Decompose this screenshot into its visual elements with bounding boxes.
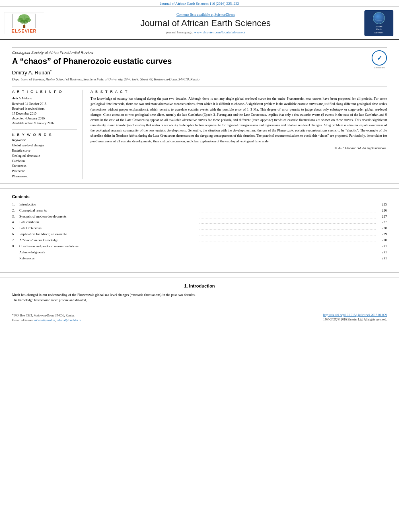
article-info-column: A R T I C L E I N F O Article history: R… (12, 90, 82, 179)
svg-point-6 (23, 20, 28, 23)
toc-label: Introduction (19, 202, 198, 207)
keyword-2: Eustatic curve (12, 148, 77, 154)
email-2[interactable]: ruban-d@rambler.ru (56, 318, 81, 322)
issn-text: 1464-343X/© 2016 Elsevier Ltd. All right… (323, 318, 387, 321)
journal-logo-badge: AfricanEarthSciences (364, 10, 393, 36)
keyword-1: Global sea-level changes (12, 143, 77, 148)
toc-label: Implication for Africa; an example (19, 232, 198, 237)
toc-num (12, 256, 19, 261)
footer-right: http://dx.doi.org/10.1016/j.jafrearsci.2… (323, 313, 387, 321)
toc-item: References 231 (12, 256, 387, 261)
toc-page: 228 (377, 226, 387, 231)
journal-logo-section: AfricanEarthSciences (363, 10, 395, 36)
section-label: Geological Society of Africa Presidentia… (12, 50, 387, 55)
keyword-4: Cambrian (12, 159, 77, 164)
online-date: Available online 9 January 2016 (12, 121, 77, 126)
toc-item: 7. A “chaos” in our knowledge 230 (12, 238, 387, 243)
page: Journal of African Earth Sciences 116 (2… (0, 0, 399, 532)
footnote-address: P.O. Box 7333, Rostov-na-Donu, 344056, R… (14, 314, 74, 317)
toc-num: 7. (12, 238, 19, 243)
article-history: Article history: Received 31 October 201… (12, 96, 77, 126)
toc-dots (199, 220, 376, 224)
toc-page: 230 (377, 238, 387, 243)
toc-list: 1. Introduction 225 2. Conceptual remark… (12, 202, 387, 261)
toc-dots (199, 250, 376, 254)
toc-num (12, 250, 19, 255)
crossmark-text: CrossMark (372, 66, 387, 69)
toc-label: Acknowledgments (19, 250, 198, 255)
keywords-title: K E Y W O R D S (12, 133, 77, 137)
toc-num: 1. (12, 202, 19, 207)
history-label: Article history: (12, 96, 77, 101)
keyword-6: Paleocene (12, 169, 77, 174)
contents-section: Contents 1. Introduction 225 2. Conceptu… (0, 188, 399, 268)
article-content: Geological Society of Africa Presidentia… (0, 40, 399, 179)
toc-dots (199, 202, 376, 206)
keyword-3: Geological time scale (12, 154, 77, 159)
keywords-italic-label: Keywords: (12, 138, 77, 142)
toc-num: 3. (12, 214, 19, 219)
toc-num: 6. (12, 232, 19, 237)
sciencedirect-link[interactable]: ScienceDirect (214, 12, 234, 16)
major-divider-1 (0, 183, 399, 184)
received-date: Received 31 October 2015 (12, 102, 77, 107)
footer-left: * P.O. Box 7333, Rostov-na-Donu, 344056,… (12, 313, 81, 323)
divider-3 (12, 129, 77, 129)
author-name: Dmitry A. Ruban* (12, 69, 387, 76)
toc-item: 4. Late cambrian 227 (12, 220, 387, 225)
abstract-title: A B S T R A C T (90, 90, 387, 94)
toc-page: 231 (377, 250, 387, 255)
toc-label: Synopsis of modern developments (19, 214, 198, 219)
toc-label: Late Cretaceous (19, 226, 198, 231)
toc-item: 1. Introduction 225 (12, 202, 387, 207)
toc-page: 227 (377, 220, 387, 225)
email-label: E-mail addresses: (12, 318, 33, 322)
keywords-section: K E Y W O R D S Keywords: Global sea-lev… (12, 133, 77, 179)
toc-dots (199, 256, 376, 260)
logo-name-text: AfricanEarthSciences (374, 25, 383, 34)
toc-num: 2. (12, 208, 19, 213)
toc-item: 2. Conceptual remarks 226 (12, 208, 387, 213)
divider-1 (12, 47, 387, 48)
toc-page: 229 (377, 232, 387, 237)
email-1[interactable]: ruban-d@mail.ru (34, 318, 55, 322)
toc-page: 225 (377, 202, 387, 207)
abstract-column: A B S T R A C T The knowledge of eustasy… (90, 90, 387, 179)
toc-dots (199, 244, 376, 248)
crossmark-circle: ✓ (372, 50, 387, 66)
toc-label: References (19, 256, 198, 261)
introduction-heading: 1. Introduction (12, 283, 387, 288)
sciencedirect-text: Contents lists available at ScienceDirec… (51, 12, 360, 16)
copyright-text: © 2016 Elsevier Ltd. All rights reserved… (90, 146, 387, 150)
divider-2 (12, 86, 387, 86)
journal-reference-text: Journal of African Earth Sciences 116 (2… (160, 2, 239, 6)
homepage-link[interactable]: www.elsevier.com/locate/jafrearsci (194, 30, 245, 34)
journal-homepage: journal homepage: www.elsevier.com/locat… (51, 30, 360, 34)
toc-dots (199, 208, 376, 212)
svg-rect-0 (23, 25, 25, 28)
crossmark-symbol: ✓ (377, 54, 382, 62)
keyword-7: Phanerozoic (12, 174, 77, 179)
revised-date: 17 December 2015 (12, 111, 77, 116)
journal-header-center: Contents lists available at ScienceDirec… (51, 12, 360, 34)
accepted-date: Accepted 4 January 2016 (12, 116, 77, 121)
journal-header: ELSEVIER Contents lists available at Sci… (0, 7, 399, 40)
toc-num: 5. (12, 226, 19, 231)
toc-num: 4. (12, 220, 19, 225)
elsevier-logo-section: ELSEVIER (4, 12, 48, 34)
toc-item: 8. Conclusion and practical recommendati… (12, 244, 387, 249)
doi-link[interactable]: http://dx.doi.org/10.1016/j.jafrearsci.2… (323, 313, 387, 317)
toc-label: Conclusion and practical recommendations (19, 244, 198, 249)
journal-reference-bar: Journal of African Earth Sciences 116 (2… (0, 0, 399, 7)
affiliation: Department of Tourism, Higher School of … (12, 77, 387, 82)
toc-dots (199, 226, 376, 230)
toc-item: Acknowledgments 231 (12, 250, 387, 255)
toc-dots (199, 232, 376, 236)
keyword-5: Cretaceous (12, 164, 77, 169)
toc-page: 226 (377, 208, 387, 213)
major-divider-2 (0, 272, 399, 273)
toc-num: 8. (12, 244, 19, 249)
toc-item: 3. Synopsis of modern developments 227 (12, 214, 387, 219)
toc-dots (199, 214, 376, 218)
elsevier-text: ELSEVIER (12, 29, 37, 33)
